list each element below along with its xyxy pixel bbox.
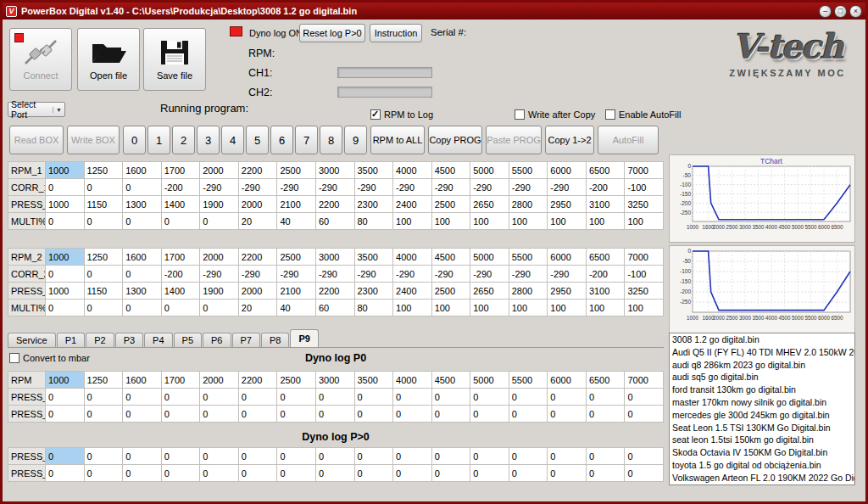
grid-cell[interactable]: 0: [123, 213, 162, 230]
tab[interactable]: P7: [232, 333, 260, 347]
grid-cell[interactable]: 2800: [509, 196, 548, 213]
grid-cell[interactable]: 1000: [46, 196, 85, 213]
grid-cell[interactable]: 0: [586, 406, 625, 423]
grid-cell[interactable]: 0: [277, 448, 316, 465]
grid-cell[interactable]: 2300: [354, 196, 393, 213]
close-button[interactable]: ×: [849, 5, 862, 18]
grid-cell[interactable]: -290: [315, 179, 354, 196]
file-item[interactable]: Skoda Octavia IV 150KM Go Digital.bin: [670, 446, 854, 459]
grid-cell[interactable]: 0: [123, 465, 162, 482]
digit-button[interactable]: 7: [295, 126, 318, 154]
grid-cell[interactable]: 0: [123, 266, 162, 283]
grid-cell[interactable]: 80: [354, 213, 393, 230]
autofill-button[interactable]: AutoFill: [598, 126, 659, 154]
grid-cell[interactable]: -290: [277, 266, 316, 283]
grid-cell[interactable]: -290: [354, 179, 393, 196]
grid-cell[interactable]: 40: [277, 300, 316, 316]
grid-cell[interactable]: 0: [46, 389, 85, 406]
grid-cell[interactable]: 0: [200, 448, 239, 465]
grid-cell[interactable]: 80: [354, 300, 393, 316]
grid-cell[interactable]: 0: [84, 406, 123, 423]
grid-cell[interactable]: -200: [161, 179, 200, 196]
grid-cell[interactable]: 0: [586, 448, 625, 465]
grid-cell[interactable]: -290: [200, 266, 239, 283]
grid-cell[interactable]: -290: [393, 266, 432, 283]
grid-cell[interactable]: 0: [548, 465, 587, 482]
grid-cell[interactable]: 0: [625, 465, 664, 482]
grid-cell[interactable]: -290: [354, 266, 393, 283]
grid-cell[interactable]: 2000: [200, 249, 239, 266]
grid-cell[interactable]: 0: [315, 465, 354, 482]
grid-cell[interactable]: 0: [161, 300, 200, 316]
copy-prog-button[interactable]: Copy PROG: [428, 126, 482, 154]
grid-cell[interactable]: -290: [431, 179, 470, 196]
grid-cell[interactable]: 6000: [548, 162, 587, 179]
grid-cell[interactable]: 2950: [548, 196, 587, 213]
grid-cell[interactable]: 0: [46, 266, 85, 283]
grid-cell[interactable]: 2200: [315, 196, 354, 213]
grid-cell[interactable]: -100: [625, 266, 664, 283]
digit-button[interactable]: 1: [147, 126, 170, 154]
grid-cell[interactable]: 2200: [238, 162, 277, 179]
grid-cell[interactable]: 0: [586, 389, 625, 406]
grid-cell[interactable]: 100: [470, 213, 509, 230]
grid-cell[interactable]: -290: [509, 266, 548, 283]
grid-cell[interactable]: 1000: [46, 283, 85, 300]
grid-cell[interactable]: 0: [431, 389, 470, 406]
grid-cell[interactable]: 7000: [625, 372, 664, 389]
bin-file-list[interactable]: 3008 1.2 go digital.binAudi Q5 II (FY FL…: [669, 333, 855, 485]
grid-cell[interactable]: 1700: [161, 162, 200, 179]
grid-cell[interactable]: 2500: [277, 249, 316, 266]
grid-cell[interactable]: 0: [509, 406, 548, 423]
grid-cell[interactable]: 1250: [84, 372, 123, 389]
minimize-button[interactable]: –: [819, 5, 832, 18]
grid-cell[interactable]: 0: [431, 406, 470, 423]
grid-cell[interactable]: 1400: [161, 196, 200, 213]
grid-cell[interactable]: 4000: [393, 372, 432, 389]
grid-cell[interactable]: 0: [84, 213, 123, 230]
grid-cell[interactable]: 6000: [548, 372, 587, 389]
grid-cell[interactable]: 3500: [354, 249, 393, 266]
grid-cell[interactable]: 2500: [277, 372, 316, 389]
file-item[interactable]: master 170km nowy silnik go digital.bin: [670, 396, 854, 409]
grid-cell[interactable]: 0: [123, 389, 162, 406]
grid-cell[interactable]: 0: [470, 389, 509, 406]
grid-cell[interactable]: 100: [625, 213, 664, 230]
grid-cell[interactable]: -100: [625, 179, 664, 196]
grid-cell[interactable]: 1600: [123, 249, 162, 266]
grid-cell[interactable]: 0: [84, 266, 123, 283]
write-box-button[interactable]: Write BOX: [67, 126, 120, 154]
file-item[interactable]: mercedes gle 300d 245km go digital.bin: [670, 409, 854, 422]
grid-cell[interactable]: 20: [238, 213, 277, 230]
grid-cell[interactable]: 0: [393, 465, 432, 482]
grid-cell[interactable]: 0: [470, 448, 509, 465]
enable-autofill-checkbox[interactable]: Enable AutoFill: [605, 109, 681, 120]
grid-cell[interactable]: 0: [431, 448, 470, 465]
selected-cell[interactable]: 0: [46, 448, 85, 465]
grid-cell[interactable]: -290: [431, 266, 470, 283]
grid-cell[interactable]: 3000: [315, 372, 354, 389]
grid-cell[interactable]: -290: [470, 179, 509, 196]
grid-cell[interactable]: 6000: [548, 249, 587, 266]
grid-cell[interactable]: -290: [548, 179, 587, 196]
grid-cell[interactable]: 2000: [200, 372, 239, 389]
grid-cell[interactable]: 7000: [625, 162, 664, 179]
grid-cell[interactable]: 3000: [315, 162, 354, 179]
file-item[interactable]: audi q8 286km 2023 go digital.bin: [670, 359, 854, 372]
grid-cell[interactable]: 0: [315, 448, 354, 465]
grid-cell[interactable]: 60: [315, 213, 354, 230]
grid-cell[interactable]: 100: [586, 213, 625, 230]
grid-cell[interactable]: -290: [393, 179, 432, 196]
grid-cell[interactable]: 100: [625, 300, 664, 316]
grid-cell[interactable]: 0: [46, 179, 85, 196]
grid-cell[interactable]: 40: [277, 213, 316, 230]
tab[interactable]: P6: [203, 333, 231, 347]
grid-cell[interactable]: 100: [431, 300, 470, 316]
selected-cell[interactable]: 1000: [46, 372, 85, 389]
grid-cell[interactable]: -290: [277, 179, 316, 196]
grid-cell[interactable]: 0: [509, 465, 548, 482]
grid-cell[interactable]: -290: [548, 266, 587, 283]
grid-cell[interactable]: 100: [548, 300, 587, 316]
file-item[interactable]: seat leon 1.5tsi 150km go digital.bin: [670, 434, 854, 446]
tab[interactable]: P4: [144, 333, 172, 347]
